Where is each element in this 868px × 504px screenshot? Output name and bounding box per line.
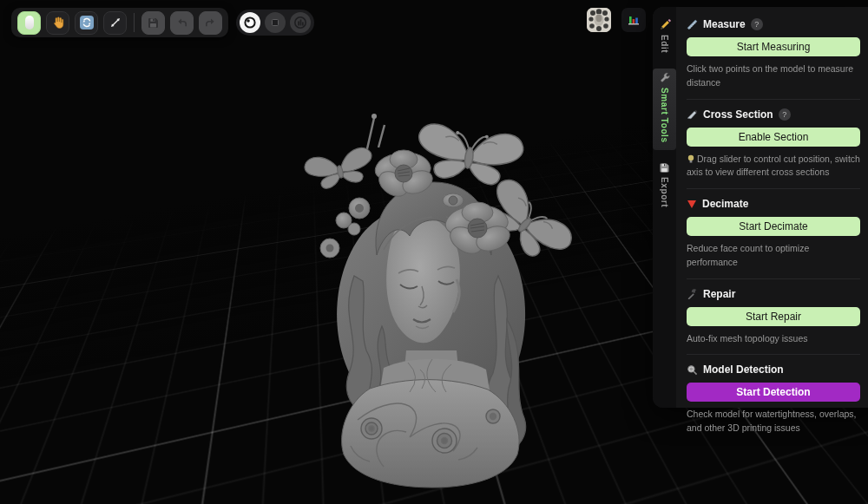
hand-icon bbox=[51, 16, 65, 29]
pan-tool-button[interactable] bbox=[46, 11, 69, 35]
tab-smart-tools-label: Smart Tools bbox=[660, 88, 669, 143]
model-detection-description: Check model for watertightness, overlaps… bbox=[687, 408, 860, 435]
section-cross-section: Cross Section ? Enable Section Drag slid… bbox=[687, 108, 860, 190]
model-3d[interactable] bbox=[279, 102, 585, 494]
stats-bars-icon bbox=[293, 16, 307, 29]
toolbar-divider bbox=[134, 13, 135, 32]
tab-smart-tools[interactable]: Smart Tools bbox=[653, 69, 676, 150]
decimate-description: Reduce face count to optimize performanc… bbox=[687, 242, 860, 270]
section-decimate: Decimate Start Decimate Reduce face coun… bbox=[687, 198, 860, 279]
start-decimate-button[interactable]: Start Decimate bbox=[687, 217, 860, 236]
tab-export[interactable]: Export bbox=[653, 159, 676, 214]
enable-section-button[interactable]: Enable Section bbox=[687, 128, 860, 147]
model-thumbnail bbox=[587, 8, 611, 32]
cross-section-help-badge[interactable]: ? bbox=[779, 108, 791, 121]
undo-button[interactable] bbox=[170, 11, 194, 35]
section-title: Measure bbox=[703, 18, 746, 30]
select-tool-button[interactable] bbox=[17, 11, 41, 35]
measure-help-badge[interactable]: ? bbox=[751, 18, 763, 30]
section-repair: Repair Start Repair Auto-fix mesh topolo… bbox=[687, 288, 860, 356]
model-preview-button[interactable] bbox=[587, 8, 611, 32]
section-title: Repair bbox=[703, 288, 735, 300]
view-mode-switcher bbox=[236, 10, 314, 36]
start-detection-button[interactable]: Start Detection bbox=[687, 383, 860, 402]
orbit-tool-button[interactable] bbox=[75, 11, 98, 35]
panel-tab-rail: Edit Smart Tools Export bbox=[653, 7, 676, 408]
redo-icon bbox=[204, 16, 217, 29]
section-title: Model Detection bbox=[703, 363, 784, 376]
quick-access bbox=[587, 8, 646, 32]
tab-export-label: Export bbox=[660, 177, 669, 207]
section-title: Decimate bbox=[702, 198, 748, 210]
lightbulb-icon bbox=[687, 154, 695, 164]
measure-description: Click two points on the model to measure… bbox=[687, 62, 860, 90]
model-sculpture bbox=[279, 102, 585, 494]
redo-button[interactable] bbox=[199, 11, 222, 35]
shaded-sphere-icon bbox=[243, 16, 257, 29]
start-repair-button[interactable]: Start Repair bbox=[687, 307, 860, 326]
ruler-icon bbox=[687, 19, 698, 30]
main-toolbar bbox=[11, 8, 228, 37]
magnifier-icon bbox=[687, 364, 698, 376]
charts-button[interactable] bbox=[621, 8, 646, 32]
wrench-icon bbox=[659, 72, 671, 84]
hammer-icon bbox=[687, 288, 698, 299]
panel-content: Measure ? Start Measuring Click two poin… bbox=[676, 7, 868, 408]
tab-edit-label: Edit bbox=[660, 35, 669, 53]
section-measure: Measure ? Start Measuring Click two poin… bbox=[687, 18, 860, 100]
knife-icon bbox=[687, 108, 698, 120]
cursor-mouse-icon bbox=[25, 16, 34, 29]
shaded-view-button[interactable] bbox=[240, 12, 260, 33]
section-model-detection: Model Detection Start Detection Check mo… bbox=[687, 363, 860, 444]
flat-view-button[interactable] bbox=[265, 12, 286, 33]
stats-view-button[interactable] bbox=[290, 12, 311, 33]
tab-edit[interactable]: Edit bbox=[653, 16, 676, 60]
smart-tools-panel: Edit Smart Tools Export bbox=[653, 7, 868, 408]
bar-chart-icon bbox=[627, 13, 641, 27]
save-button[interactable] bbox=[141, 11, 165, 35]
hair-pins bbox=[366, 114, 385, 153]
floppy-icon bbox=[659, 162, 670, 173]
flat-square-icon bbox=[268, 16, 282, 29]
save-icon bbox=[147, 16, 160, 29]
orbit-icon bbox=[79, 15, 95, 30]
scale-tool-button[interactable] bbox=[103, 11, 127, 35]
pencil-icon bbox=[659, 19, 671, 31]
resize-arrow-icon bbox=[108, 16, 122, 29]
repair-description: Auto-fix mesh topology issues bbox=[687, 332, 860, 346]
start-measuring-button[interactable]: Start Measuring bbox=[687, 37, 860, 56]
section-title: Cross Section bbox=[703, 108, 773, 121]
undo-icon bbox=[175, 16, 188, 29]
cross-section-description: Drag slider to control cut position, swi… bbox=[687, 153, 860, 180]
butterfly-left bbox=[303, 146, 377, 192]
decimate-triangle-icon bbox=[687, 200, 697, 209]
